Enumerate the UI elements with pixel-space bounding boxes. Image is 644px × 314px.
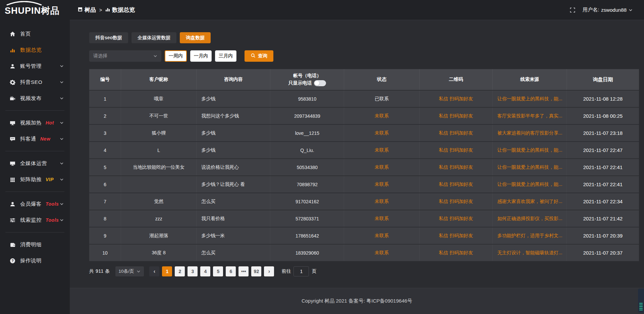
page-button[interactable]: 92 [251,266,261,276]
video-icon [9,96,15,101]
sidebar: 首页 数据总览 账号管理 抖音SEO 视频发布 [0,20,70,314]
qrcode-links[interactable]: 私信 扫码加好友 [419,108,492,124]
qrcode-links[interactable]: 私信 扫码加好友 [419,227,492,244]
cell-account: 70898792 [270,176,344,193]
sidebar-item-label: 全媒体运营 [20,160,47,167]
cell-content: 多少钱 [196,142,270,158]
sidebar-item[interactable]: 视频加热 Hot [0,115,70,131]
cell-index: 4 [89,142,121,158]
sidebar-item[interactable]: 账号管理 [0,58,70,74]
qrcode-links[interactable]: 私信 扫码加好友 [419,142,492,158]
goto-page-input[interactable] [293,266,309,276]
chat-icon [9,136,15,142]
qrcode-links[interactable]: 私信 扫码加好友 [419,176,492,193]
cell-date: 2021-11-07 22:41 [567,176,639,193]
source-link[interactable]: 如何正确选择投影仪，买投影... [492,210,567,227]
sidebar-item[interactable]: 线索监控 Tools [0,212,70,228]
cell-account: 917024162 [270,193,344,210]
sidebar-item[interactable] [5,110,64,111]
sidebar-item[interactable]: 会员爆客 Tools [0,196,70,212]
sidebar-item[interactable]: 抖客通 New [0,131,70,147]
sidebar-item[interactable]: 全媒体运营 [0,155,70,171]
page-button[interactable]: 2 [175,266,185,276]
page-button[interactable]: ‹ [149,266,159,276]
sidebar-item[interactable]: 视频发布 [0,90,70,106]
breadcrumb-chart-icon [105,7,110,13]
filter-select[interactable]: 请选择 [89,50,161,62]
sidebar-item[interactable]: 首页 [0,26,70,42]
chevron-down-icon [60,96,64,100]
page-button[interactable]: 6 [226,266,236,276]
table-body: 1 哦章 多少钱 9583810 已联系 私信 扫码加好友 让你一眼就爱上的黑科… [89,91,639,262]
sidebar-item[interactable] [5,232,64,232]
pagination: 共 911 条 10条/页 ‹ 1 2 3 4 5 6 ••• [89,266,639,276]
gear-icon [9,80,15,85]
source-link[interactable]: 客厅安装投影半年多了，真实... [492,108,567,124]
source-link[interactable]: 多功能护栏灯，适用于乡村文... [492,227,567,244]
sidebar-item[interactable] [5,151,64,151]
sidebar-item[interactable]: 消费明细 [0,237,70,253]
phone-only-toggle[interactable] [314,80,326,86]
sidebar-item[interactable]: 抖音SEO [0,74,70,90]
sidebar-item[interactable] [5,192,64,192]
cell-index: 8 [89,210,121,227]
page-button[interactable]: 5 [213,266,223,276]
source-link[interactable]: 让你一眼就爱上的黑科技，能... [492,91,567,107]
cell-content: 怎么买 [196,193,270,210]
qrcode-links[interactable]: 私信 扫码加好友 [419,193,492,210]
cell-content: 说说价格让我死心 [196,159,270,175]
source-link[interactable]: 感谢大家喜欢我家，被问了好... [492,193,567,210]
source-link[interactable]: 无主灯设计，智能磁吸轨道灯... [492,245,567,261]
breadcrumb-item-page[interactable]: 数据总览 [105,6,135,14]
range-button[interactable]: 一周内 [165,50,187,62]
qrcode-links[interactable]: 私信 扫码加好友 [419,159,492,175]
range-button[interactable]: 三月内 [215,50,236,62]
qrcode-links[interactable]: 私信 扫码加好友 [419,125,492,141]
chevron-down-icon [629,8,633,12]
breadcrumb-item-app[interactable]: 树品 [78,6,96,14]
cell-content: 我只看价格 [196,210,270,227]
cell-status: 未联系 [344,125,419,141]
sliders-icon [9,217,15,223]
fullscreen-icon[interactable] [570,7,575,13]
cell-nickname: 哦章 [121,91,196,107]
source-link[interactable]: 被大家追着问的客厅投影分享... [492,125,567,141]
member-icon [9,201,15,207]
tab[interactable]: 询盘数据 [180,32,211,43]
sidebar-item-badge: Hot [46,120,54,125]
cell-content: 怎么买 [196,245,270,261]
qrcode-links[interactable]: 私信 扫码加好友 [419,210,492,227]
cell-status: 未联系 [344,193,419,210]
cell-account: 2097344839 [270,108,344,124]
page-button[interactable]: 4 [200,266,210,276]
page-button[interactable]: 1 [162,266,172,276]
chart-icon [9,47,15,53]
sidebar-item-label: 首页 [20,31,31,38]
source-link[interactable]: 让你一眼就爱上的黑科技，能... [492,142,567,158]
sidebar-item[interactable]: ? 操作说明 [0,253,70,269]
cell-account: 572803371 [270,210,344,227]
page-button[interactable]: ••• [238,266,249,276]
inquiry-table: 编号 客户昵称 咨询内容 帐号（电话） 只显示电话 状态 二维码 线索来源 询盘… [89,69,639,262]
range-button[interactable]: 一月内 [190,50,212,62]
sidebar-item[interactable]: 矩阵助推 VIP [0,171,70,188]
tab[interactable]: 全媒体运营数据 [131,32,176,43]
qrcode-links[interactable]: 私信 扫码加好友 [419,91,492,107]
source-link[interactable]: 让你一眼就爱上的黑科技，能... [492,159,567,175]
page-button[interactable]: › [264,266,274,276]
tab[interactable]: 抖音seo数据 [89,32,128,43]
filter-row: 请选择 一周内 一月内 三月内 查询 [89,50,639,62]
page-button[interactable]: 3 [187,266,198,276]
main-content: 抖音seo数据 全媒体运营数据 询盘数据 请选择 一周内 一月内 三月内 查询 … [70,20,644,314]
search-button[interactable]: 查询 [245,50,273,62]
corner-widget[interactable] [638,289,644,313]
source-link[interactable]: 让你一眼就爱上的黑科技，能... [492,176,567,193]
cell-status: 未联系 [344,176,419,193]
user-icon [9,63,15,69]
sidebar-item[interactable]: 数据总览 [0,42,70,58]
sidebar-item-badge: VIP [46,177,54,182]
user-menu[interactable]: 用户名: zswodun88 [583,7,633,13]
page-size-select[interactable]: 10条/页 [115,266,144,276]
sidebar-item-label: 视频加热 [20,119,42,126]
qrcode-links[interactable]: 私信 扫码加好友 [419,245,492,261]
